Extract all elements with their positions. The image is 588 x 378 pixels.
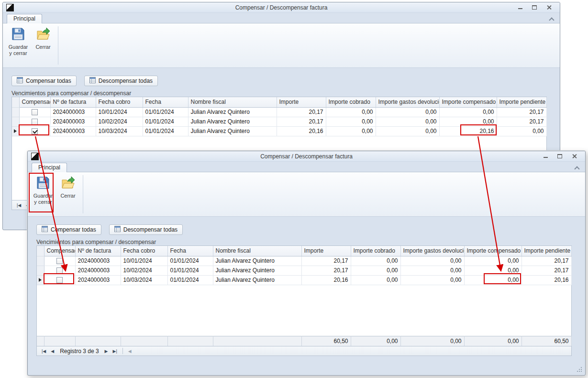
cell-importe-pendiente[interactable]: 0,00 — [497, 126, 546, 136]
compensar-todas-button[interactable]: Compensar todas — [36, 224, 101, 235]
cell-importe-gastos[interactable]: 0,00 — [376, 126, 439, 136]
resize-grip[interactable] — [577, 367, 583, 373]
col-compensada[interactable]: Compensada — [44, 246, 75, 256]
cell-factura[interactable]: 2024000003 — [50, 126, 96, 136]
collapse-ribbon-icon[interactable] — [549, 17, 554, 22]
cell-fecha[interactable]: 01/01/2024 — [143, 107, 188, 117]
cell-importe-cobrado[interactable]: 0,00 — [326, 107, 376, 117]
cell-compensada[interactable] — [19, 117, 50, 126]
cell-importe-gastos[interactable]: 0,00 — [376, 107, 439, 117]
col-importe-gastos[interactable]: Importe gastos devolución — [376, 97, 439, 107]
cell-factura[interactable]: 2024000003 — [50, 117, 96, 126]
cell-compensada[interactable] — [44, 275, 75, 285]
cell-importe[interactable]: 20,17 — [301, 256, 351, 266]
last-record-icon[interactable]: ▶| — [111, 349, 120, 354]
cell-importe[interactable]: 20,16 — [301, 275, 351, 285]
cell-factura[interactable]: 2024000003 — [75, 266, 121, 275]
maximize-button[interactable] — [527, 3, 542, 11]
collapse-ribbon-icon[interactable] — [575, 166, 579, 170]
col-nombre-fiscal[interactable]: Nombre fiscal — [188, 97, 277, 107]
close-button[interactable] — [567, 152, 581, 160]
col-fecha-cobro[interactable]: Fecha cobro — [121, 246, 167, 256]
cell-importe-cobrado[interactable]: 0,00 — [351, 256, 400, 266]
col-compensada[interactable]: Compensada — [19, 97, 50, 107]
compensada-checkbox[interactable] — [32, 119, 38, 125]
cell-importe-gastos[interactable]: 0,00 — [400, 275, 464, 285]
cell-importe-compensado[interactable]: 20,16 — [439, 126, 497, 136]
cell-importe[interactable]: 20,17 — [277, 117, 326, 126]
cell-importe-compensado[interactable]: 0,00 — [464, 256, 521, 266]
cell-factura[interactable]: 2024000003 — [75, 275, 121, 285]
cell-nombre-fiscal[interactable]: Julian Alvarez Quintero — [213, 275, 301, 285]
col-importe-cobrado[interactable]: Importe cobrado — [351, 246, 400, 256]
cell-fecha[interactable]: 01/01/2024 — [167, 275, 213, 285]
scroll-left-icon[interactable]: ◀ — [126, 349, 134, 354]
cell-importe-cobrado[interactable]: 0,00 — [351, 266, 400, 275]
save-and-close-button[interactable]: Guardar y cerrar — [32, 174, 55, 209]
compensada-checkbox[interactable] — [56, 277, 63, 283]
cell-fecha-cobro[interactable]: 10/01/2024 — [96, 107, 143, 117]
cell-nombre-fiscal[interactable]: Julian Alvarez Quintero — [188, 126, 277, 136]
col-factura[interactable]: Nº de factura — [75, 246, 121, 256]
cell-importe[interactable]: 20,16 — [277, 126, 326, 136]
col-fecha-cobro[interactable]: Fecha cobro — [96, 97, 143, 107]
cell-importe-cobrado[interactable]: 0,00 — [351, 275, 400, 285]
col-importe-pendiente[interactable]: Importe pendiente — [521, 246, 571, 256]
col-fecha[interactable]: Fecha — [167, 246, 213, 256]
cell-fecha[interactable]: 01/01/2024 — [143, 126, 188, 136]
cell-compensada[interactable] — [19, 126, 50, 136]
cell-compensada[interactable] — [19, 107, 50, 117]
cell-nombre-fiscal[interactable]: Julian Alvarez Quintero — [188, 117, 277, 126]
minimize-button[interactable] — [513, 3, 527, 11]
compensada-checkbox[interactable] — [32, 109, 38, 115]
cell-importe-pendiente[interactable]: 20,17 — [521, 266, 571, 275]
compensada-checkbox[interactable] — [32, 128, 38, 134]
save-and-close-button[interactable]: Guardar y cerrar — [7, 25, 30, 60]
cell-fecha[interactable]: 01/01/2024 — [167, 256, 213, 266]
cell-fecha[interactable]: 01/01/2024 — [167, 266, 213, 275]
col-importe-cobrado[interactable]: Importe cobrado — [326, 97, 376, 107]
col-importe-compensado[interactable]: Importe compensado — [464, 246, 521, 256]
first-record-icon[interactable]: |◀ — [14, 203, 23, 208]
cell-importe-compensado[interactable]: 0,00 — [464, 266, 521, 275]
cell-nombre-fiscal[interactable]: Julian Alvarez Quintero — [213, 256, 301, 266]
cell-fecha[interactable]: 01/01/2024 — [143, 117, 188, 126]
close-button[interactable] — [542, 3, 556, 11]
compensada-checkbox[interactable] — [56, 267, 63, 274]
descompensar-todas-button[interactable]: Descompensar todas — [84, 76, 158, 86]
col-nombre-fiscal[interactable]: Nombre fiscal — [213, 246, 301, 256]
cell-importe-compensado[interactable]: 0,00 — [439, 107, 497, 117]
descompensar-todas-button[interactable]: Descompensar todas — [109, 224, 183, 235]
cell-compensada[interactable] — [44, 266, 75, 275]
cell-importe-pendiente[interactable]: 20,17 — [521, 256, 571, 266]
cell-fecha-cobro[interactable]: 10/02/2024 — [121, 266, 167, 275]
cell-importe[interactable]: 20,17 — [277, 107, 326, 117]
titlebar[interactable]: Compensar / Descompensar factura — [28, 151, 585, 162]
cell-fecha-cobro[interactable]: 10/03/2024 — [96, 126, 143, 136]
cell-factura[interactable]: 2024000003 — [75, 256, 121, 266]
compensar-todas-button[interactable]: Compensar todas — [11, 76, 77, 86]
col-importe[interactable]: Importe — [301, 246, 351, 256]
cell-importe-cobrado[interactable]: 0,00 — [326, 117, 376, 126]
cerrar-button[interactable]: Cerrar — [32, 25, 55, 60]
maximize-button[interactable] — [553, 152, 567, 160]
cell-importe-compensado[interactable]: 0,00 — [439, 117, 497, 126]
cell-importe-pendiente[interactable]: 20,17 — [497, 107, 546, 117]
cell-nombre-fiscal[interactable]: Julian Alvarez Quintero — [213, 266, 301, 275]
prev-record-icon[interactable]: ◀ — [48, 349, 56, 354]
col-factura[interactable]: Nº de factura — [50, 97, 96, 107]
cell-importe-gastos[interactable]: 0,00 — [376, 117, 439, 126]
cell-importe-pendiente[interactable]: 20,16 — [521, 275, 571, 285]
cell-importe[interactable]: 20,17 — [301, 266, 351, 275]
col-importe-compensado[interactable]: Importe compensado — [439, 97, 497, 107]
cell-importe-gastos[interactable]: 0,00 — [400, 256, 464, 266]
cerrar-button[interactable]: Cerrar — [56, 174, 79, 209]
cell-importe-compensado[interactable]: 0,00 — [464, 275, 521, 285]
cell-fecha-cobro[interactable]: 10/01/2024 — [121, 256, 167, 266]
col-importe[interactable]: Importe — [277, 97, 326, 107]
col-importe-gastos[interactable]: Importe gastos devolución — [400, 246, 464, 256]
cell-importe-cobrado[interactable]: 0,00 — [326, 126, 376, 136]
tab-principal[interactable]: Principal — [32, 163, 67, 172]
tab-principal[interactable]: Principal — [7, 14, 42, 23]
compensada-checkbox[interactable] — [56, 258, 63, 264]
